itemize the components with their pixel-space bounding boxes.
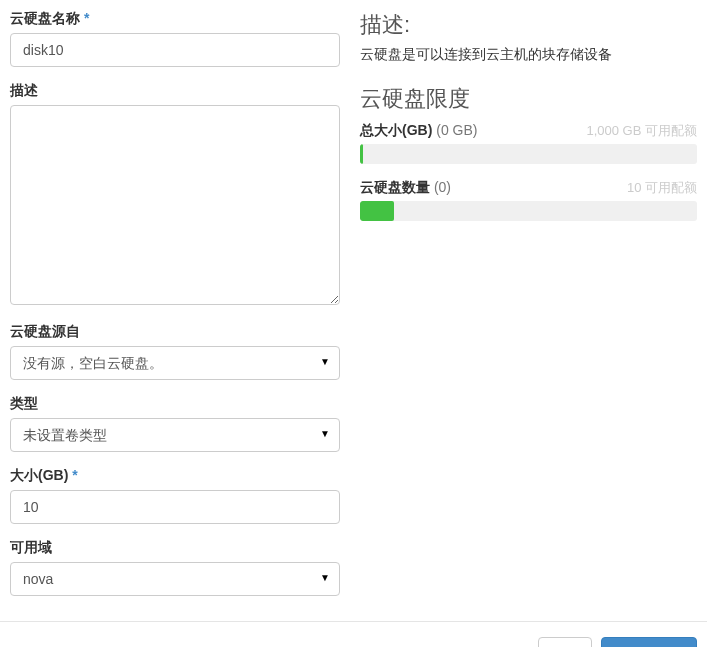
submit-button[interactable]: 创建云硬盘 [601, 637, 697, 647]
cancel-button[interactable]: 取消 [538, 637, 592, 647]
quota-avail: 1,000 GB 可用配额 [586, 122, 697, 140]
required-mark: * [72, 467, 77, 483]
az-label: 可用域 [10, 539, 340, 557]
quota-progress-bar [360, 144, 363, 164]
quota-current: (0) [434, 179, 451, 195]
desc-text: 云硬盘是可以连接到云主机的块存储设备 [360, 46, 697, 64]
quota-row: 云硬盘数量 (0) 10 可用配额 [360, 179, 697, 221]
quota-name: 总大小(GB) [360, 122, 432, 138]
quota-avail: 10 可用配额 [627, 179, 697, 197]
quota-row: 总大小(GB) (0 GB) 1,000 GB 可用配额 [360, 122, 697, 164]
size-label-text: 大小(GB) [10, 467, 68, 483]
quota-name: 云硬盘数量 [360, 179, 430, 195]
name-input[interactable] [10, 33, 340, 67]
desc-title: 描述: [360, 10, 697, 40]
type-select[interactable]: 未设置卷类型 [10, 418, 340, 452]
size-input[interactable] [10, 490, 340, 524]
quota-progress [360, 144, 697, 164]
source-label: 云硬盘源自 [10, 323, 340, 341]
quota-current: (0 GB) [436, 122, 477, 138]
name-label-text: 云硬盘名称 [10, 10, 80, 26]
desc-textarea[interactable] [10, 105, 340, 305]
size-label: 大小(GB) * [10, 467, 340, 485]
source-select[interactable]: 没有源，空白云硬盘。 [10, 346, 340, 380]
limits-title: 云硬盘限度 [360, 84, 697, 114]
quota-progress [360, 201, 697, 221]
az-select[interactable]: nova [10, 562, 340, 596]
name-label: 云硬盘名称 * [10, 10, 340, 28]
desc-label: 描述 [10, 82, 340, 100]
required-mark: * [84, 10, 89, 26]
quota-progress-bar [360, 201, 394, 221]
type-label: 类型 [10, 395, 340, 413]
